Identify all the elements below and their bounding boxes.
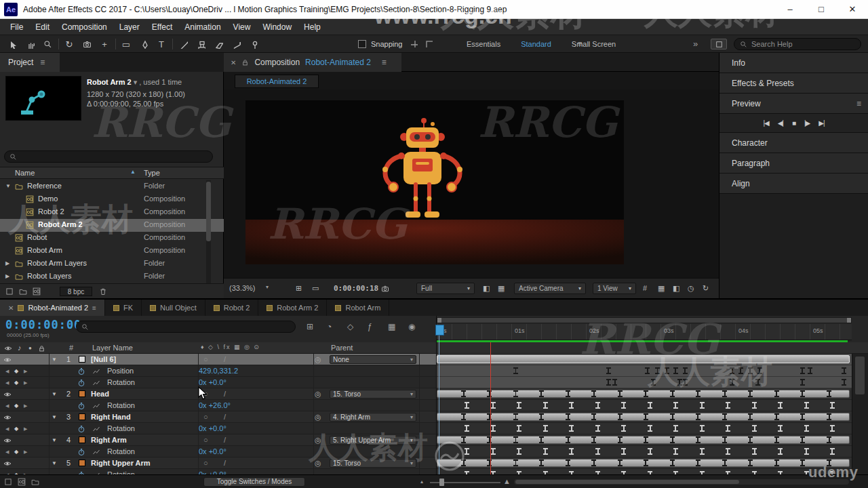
video-column-icon[interactable] [4,344,12,352]
menu-item-edit[interactable]: Edit [29,22,56,32]
project-row[interactable]: DemoComposition [0,193,224,206]
keyframe-marker[interactable] [644,460,648,466]
layer-row[interactable]: ▼2Head○/◎15. Torso▾ [0,388,436,400]
keyframe-marker[interactable] [491,425,496,432]
keyframe-marker[interactable] [800,436,805,443]
keyframe-marker[interactable] [655,367,660,374]
keyframe-marker[interactable] [606,379,611,386]
keyframe-marker[interactable] [827,460,831,466]
keyframe-marker[interactable] [566,413,570,420]
keyframe-marker[interactable] [569,402,574,409]
project-row[interactable]: ▶Robot Arm LayersFolder [0,258,224,270]
first-frame-button[interactable]: |◀ [763,119,768,127]
previous-keyframe-icon[interactable]: ◀ [5,426,9,432]
play-button[interactable]: |▶ [804,119,810,127]
layer-row[interactable]: ▼3Right Hand○/◎4. Right Arm▾ [0,411,436,423]
panel-menu-icon[interactable]: ≡ [40,58,45,67]
stop-button[interactable]: ■ [792,119,795,127]
panel-header-preview[interactable]: Preview≡ [719,94,868,114]
project-footer-icon[interactable] [5,287,14,296]
parent-pick-whip-icon[interactable]: ◎ [315,459,321,468]
keyframe-marker[interactable] [808,367,812,374]
maximize-button[interactable]: □ [806,0,837,18]
previous-keyframe-icon[interactable]: ◀ [5,403,9,409]
roto-brush-tool-icon[interactable] [229,37,243,51]
property-name[interactable]: Rotation [107,401,135,409]
menu-item-layer[interactable]: Layer [113,22,146,32]
keyframe-track[interactable] [437,354,852,365]
keyframe-marker[interactable] [648,448,652,455]
keyframe-marker[interactable] [644,413,648,420]
workspace-menu-icon[interactable]: ≡ [578,39,582,47]
composition-tab[interactable]: ✕ Composition Robot-Animated 2 ≡ [224,53,401,72]
keyframe-marker[interactable] [748,390,753,397]
bit-depth-indicator[interactable]: 8 bpc [60,287,92,296]
rasterize-switch-icon[interactable]: / [224,413,226,421]
parent-select[interactable]: 15. Torso▾ [330,459,416,468]
keyframe-marker[interactable] [774,390,779,397]
keyframe-marker[interactable] [830,402,835,409]
keyframe-marker[interactable] [591,390,596,397]
stopwatch-icon[interactable] [77,378,85,387]
layer-row[interactable]: ▼1[Null 6]○/◎None▾ [0,354,436,365]
keyframe-marker[interactable] [618,390,623,397]
keyframe-track[interactable] [437,400,852,411]
snapshot-icon[interactable] [381,284,389,293]
keyframe-marker[interactable] [595,402,600,409]
twirl-icon[interactable]: ▼ [52,414,57,420]
next-keyframe-icon[interactable]: ▶ [24,403,27,409]
pen-tool-icon[interactable] [137,37,151,51]
keyframe-marker[interactable] [748,460,753,466]
keyframe-marker[interactable] [513,436,518,443]
keyframe-marker[interactable] [618,436,623,443]
keyframe-marker[interactable] [722,413,727,420]
keyframe-marker[interactable] [612,379,617,386]
keyframe-marker[interactable] [645,367,650,374]
current-time-display[interactable]: 0:00:00:00 [5,318,81,331]
keyframe-marker[interactable] [461,390,466,397]
solo-column-icon[interactable]: ● [28,345,32,351]
twirl-icon[interactable]: ▼ [52,391,57,397]
toggle-switches-modes-button[interactable]: Toggle Switches / Modes [203,477,305,487]
keyframe-marker[interactable] [748,367,753,374]
keyframe-marker[interactable] [774,436,779,443]
keyframe-marker[interactable] [696,436,701,443]
zoom-in-mountain-icon[interactable]: ▲ [503,477,511,485]
twirl-icon[interactable]: ▼ [52,357,57,363]
close-tab-icon[interactable]: ✕ [8,304,14,312]
keyframe-marker[interactable] [827,390,831,397]
property-value[interactable]: 0x +0.0° [199,424,226,432]
property-value[interactable]: 429.0,331.2 [199,367,238,375]
quality-switch-icon[interactable]: ○ [203,436,208,444]
lock-column-icon[interactable] [38,344,45,352]
keyframe-marker[interactable] [673,448,678,455]
keyframe-marker[interactable] [539,390,544,397]
graph-include-icon[interactable] [92,401,100,410]
keyframe-marker[interactable] [569,425,574,432]
timeline-tab-robot-arm-2[interactable]: Robot Arm 2 [258,300,327,316]
brush-tool-icon[interactable] [176,37,190,51]
rasterize-switch-icon[interactable]: / [224,355,226,363]
graph-include-icon[interactable] [92,367,100,375]
keyframe-marker[interactable] [752,448,757,455]
property-name[interactable]: Rotation [107,447,135,455]
clone-stamp-tool-icon[interactable] [194,37,208,51]
motion-blur-icon[interactable]: ▦ [388,322,395,331]
panel-menu-icon[interactable]: ≡ [382,58,387,67]
keyframe-marker[interactable] [830,448,835,455]
keyframe-marker[interactable] [800,367,805,374]
property-value[interactable]: 0x +26.0° [199,401,231,409]
stopwatch-icon[interactable] [77,367,85,375]
property-row[interactable]: ◀◆▶Rotation0x +0.0° [0,377,436,388]
mask-visibility-icon[interactable]: ▭ [312,284,319,293]
keyframe-track[interactable] [437,423,852,434]
layer-color-swatch[interactable] [79,460,85,466]
keyframe-marker[interactable] [827,413,831,420]
keyframe-marker[interactable] [648,425,652,432]
keyframe-marker[interactable] [696,460,701,466]
keyframe-marker[interactable] [591,436,596,443]
next-keyframe-icon[interactable]: ▶ [24,449,27,455]
keyframe-marker[interactable] [752,402,757,409]
keyframe-track[interactable] [437,458,852,469]
zoom-tool-icon[interactable] [41,37,54,51]
